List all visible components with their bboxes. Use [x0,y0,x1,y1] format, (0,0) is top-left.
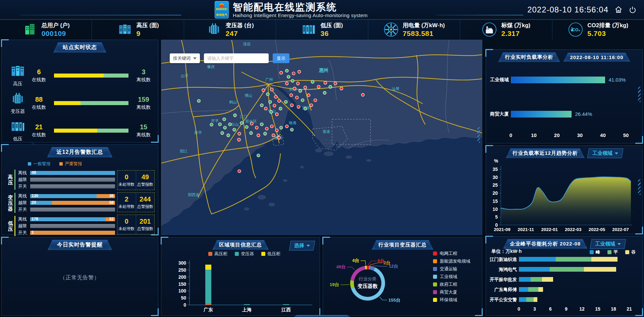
site-marker[interactable] [304,86,307,89]
site-marker[interactable] [257,134,260,137]
site-marker[interactable] [223,126,226,129]
site-marker[interactable] [290,104,293,107]
site-marker[interactable] [297,82,300,85]
legend-item[interactable]: 一般警报 [28,161,51,167]
search-show-button[interactable]: 显示 [273,53,289,63]
site-marker[interactable] [238,132,241,135]
site-marker[interactable] [273,104,276,107]
site-marker[interactable] [299,89,302,92]
site-marker[interactable] [304,107,307,110]
site-marker[interactable] [285,82,288,85]
site-marker[interactable] [238,170,241,173]
site-marker[interactable] [334,82,337,85]
site-marker[interactable] [262,89,265,92]
legend-item[interactable]: 严重警报 [59,161,82,167]
site-marker[interactable] [210,123,213,126]
map-panel[interactable]: 清远肇庆云浮广州佛山东莞惠州汕尾深圳香港澳门珠海中山江门鹤山新会区台山开平恩平阳… [161,40,482,235]
stat-label: 用电量 (万kW·h) [403,21,445,29]
legend-item[interactable]: 环保领域 [433,296,470,304]
site-marker[interactable] [285,125,288,128]
site-marker[interactable] [292,72,295,75]
site-marker[interactable] [221,132,224,135]
legend-item[interactable]: 变压器 [235,251,254,257]
site-marker[interactable] [317,85,320,88]
site-marker[interactable] [257,154,260,157]
site-marker[interactable] [264,132,267,135]
site-marker[interactable] [280,126,283,129]
site-marker[interactable] [291,79,294,82]
site-marker[interactable] [274,95,277,98]
site-marker[interactable] [260,104,263,107]
legend-item[interactable]: 低压柜 [261,251,280,257]
site-marker[interactable] [290,128,293,131]
site-marker[interactable] [297,105,300,108]
site-marker[interactable] [237,138,240,141]
search-type-dropdown[interactable]: 按关键词 [170,53,200,63]
site-marker[interactable] [223,118,226,121]
site-marker[interactable] [275,129,278,132]
map-canvas[interactable]: 清远肇庆云浮广州佛山东莞惠州汕尾深圳香港澳门珠海中山江门鹤山新会区台山开平恩平阳… [161,40,482,235]
site-marker[interactable] [310,104,313,107]
legend-item[interactable]: 政府工程 [433,280,470,288]
site-marker[interactable] [340,87,343,90]
site-marker[interactable] [260,123,263,126]
site-marker[interactable] [278,99,281,102]
search-input[interactable] [204,53,269,63]
site-marker[interactable] [250,122,253,125]
legend-item[interactable]: 峰 [590,249,600,255]
site-marker[interactable] [296,96,299,99]
site-marker[interactable] [255,126,258,129]
site-marker[interactable] [245,126,248,129]
site-marker[interactable] [197,99,200,102]
site-marker[interactable] [218,123,221,126]
legend-item[interactable]: 工业领域 [433,273,470,280]
alarm-bar: 49 [30,171,115,175]
legend-item[interactable]: 新能源发电领域 [433,257,470,265]
site-marker[interactable] [270,110,273,114]
site-marker[interactable] [323,91,326,94]
site-marker[interactable] [250,132,253,135]
site-marker[interactable] [275,113,278,116]
energy-industry-dropdown[interactable]: 工业领域 [590,239,626,249]
site-marker[interactable] [240,122,243,125]
site-marker[interactable] [279,107,282,110]
power-icon[interactable] [629,6,637,14]
site-marker[interactable] [269,100,272,103]
site-marker[interactable] [298,70,301,73]
site-marker[interactable] [290,94,293,97]
site-marker[interactable] [301,99,304,102]
site-marker[interactable] [233,128,236,131]
site-marker[interactable] [270,88,273,91]
alarm-row: 开关 [18,206,115,213]
region-select-dropdown[interactable]: 选择 [289,241,315,251]
site-marker[interactable] [265,127,268,130]
site-marker[interactable] [314,99,317,102]
home-icon[interactable] [614,6,623,14]
site-marker[interactable] [311,80,314,83]
site-marker[interactable] [233,114,236,117]
legend-item[interactable]: 交通运输 [433,265,470,273]
trend-industry-dropdown[interactable]: 工业领域 [587,148,623,158]
legend-item[interactable]: 商贸大厦 [433,288,470,296]
legend-item[interactable]: 电网工程 [433,250,470,257]
site-marker[interactable] [324,81,327,84]
site-marker[interactable] [287,75,290,78]
site-marker[interactable] [227,134,230,137]
site-marker[interactable] [228,123,231,126]
site-marker[interactable] [307,94,310,97]
site-marker[interactable] [329,85,332,88]
site-marker[interactable] [293,87,296,90]
legend-item[interactable]: 谷 [625,249,636,255]
legend-item[interactable]: 平 [607,249,618,255]
site-marker[interactable] [361,93,364,96]
search-type-label: 按关键词 [173,55,191,61]
site-marker[interactable] [270,125,273,128]
site-marker[interactable] [278,136,281,139]
site-marker[interactable] [264,107,267,110]
legend-item[interactable]: 高压柜 [208,251,227,257]
site-marker[interactable] [280,71,283,74]
site-marker[interactable] [272,134,275,137]
site-marker[interactable] [284,100,287,103]
site-marker[interactable] [285,69,288,72]
site-marker[interactable] [266,93,269,96]
